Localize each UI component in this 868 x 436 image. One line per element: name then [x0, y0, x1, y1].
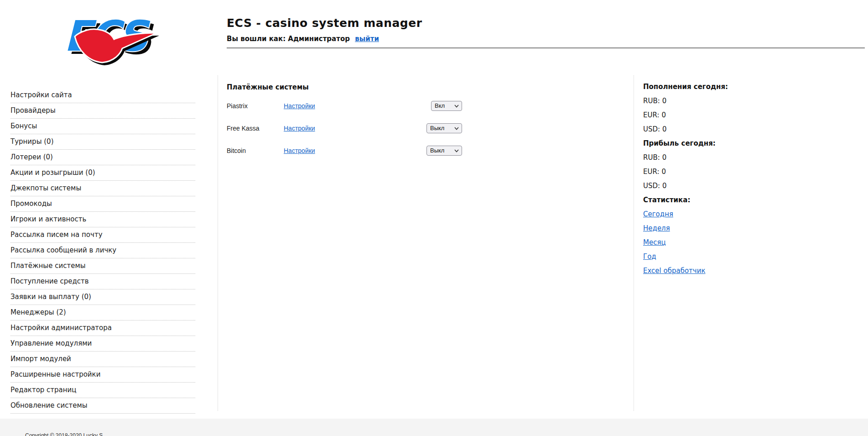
login-status-text: Вы вошли как: Администратор	[227, 35, 350, 43]
bitcoin-state-select[interactable]: Вкл Выкл	[426, 146, 462, 156]
profit-eur: EUR:0	[643, 168, 844, 176]
payment-name: Free Kassa	[227, 125, 284, 132]
sidebar-item-providers[interactable]: Провайдеры	[10, 103, 195, 119]
sidebar-item-site-settings[interactable]: Настройки сайта	[10, 88, 195, 103]
sidebar-item-incoming-funds[interactable]: Поступление средств	[10, 274, 195, 289]
ecs-logo[interactable]: ECS ECS	[63, 6, 160, 68]
sidebar-item-promocodes[interactable]: Промокоды	[10, 196, 195, 212]
sidebar-item-lotteries[interactable]: Лотереи (0)	[10, 150, 195, 165]
logout-link[interactable]: выйти	[355, 35, 379, 43]
deposits-today-title: Пополнения сегодня:	[643, 83, 844, 91]
profit-rub: RUB:0	[643, 154, 844, 162]
currency-value: 0	[662, 153, 667, 162]
deposit-rub: RUB:0	[643, 97, 844, 105]
payment-name: Bitcoin	[227, 147, 284, 154]
stats-link-year[interactable]: Год	[643, 252, 656, 261]
sidebar-item-payment-systems[interactable]: Платёжные системы	[10, 258, 195, 274]
sidebar-item-players-activity[interactable]: Игроки и активность	[10, 212, 195, 227]
sidebar-item-module-import[interactable]: Импорт модулей	[10, 352, 195, 367]
sidebar-item-system-update[interactable]: Обновление системы	[10, 398, 195, 414]
payment-name: Piastrix	[227, 102, 284, 110]
sidebar-item-promotions[interactable]: Акции и розыгрыши (0)	[10, 165, 195, 181]
sidebar-item-managers[interactable]: Менеджеры (2)	[10, 305, 195, 320]
payment-systems-list: Piastrix Настройки Вкл Выкл Free Kassa Н…	[227, 98, 462, 165]
sidebar-item-email-mailing[interactable]: Рассылка писем на почту	[10, 227, 195, 243]
profit-today-title: Прибыль сегодня:	[643, 140, 844, 147]
currency-value: 0	[661, 111, 666, 119]
currency-value: 0	[662, 97, 667, 105]
currency-label: RUB:	[643, 153, 660, 162]
stats-link-month[interactable]: Месяц	[643, 238, 666, 247]
payment-row-freekassa: Free Kassa Настройки Вкл Выкл	[227, 121, 462, 136]
login-status: Вы вошли как: Администратор выйти	[227, 35, 379, 43]
sidebar-item-advanced-settings[interactable]: Расширенные настройки	[10, 367, 195, 383]
stats-link-today[interactable]: Сегодня	[643, 210, 673, 218]
freekassa-settings-link[interactable]: Настройки	[284, 125, 315, 132]
stats-panel: Пополнения сегодня: RUB:0 EUR:0 USD:0 Пр…	[643, 83, 844, 281]
sidebar-item-admin-settings[interactable]: Настройки администратора	[10, 320, 195, 336]
payment-row-piastrix: Piastrix Настройки Вкл Выкл	[227, 98, 462, 113]
sidebar-item-payout-requests[interactable]: Заявки на выплату (0)	[10, 289, 195, 305]
sidebar-item-pm-mailing[interactable]: Рассылка сообщений в личку	[10, 243, 195, 258]
bitcoin-settings-link[interactable]: Настройки	[284, 147, 315, 154]
freekassa-state-select[interactable]: Вкл Выкл	[426, 123, 462, 133]
currency-value: 0	[662, 182, 667, 190]
statistics-title: Статистика:	[643, 196, 844, 204]
sidebar-item-tournaments[interactable]: Турниры (0)	[10, 134, 195, 150]
stats-link-week[interactable]: Неделя	[643, 224, 670, 232]
currency-value: 0	[662, 125, 667, 133]
profit-usd: USD:0	[643, 182, 844, 190]
stats-link-excel[interactable]: Excel обработчик	[643, 267, 705, 275]
divider-main-stats	[634, 75, 634, 411]
piastrix-state-select[interactable]: Вкл Выкл	[431, 101, 462, 111]
piastrix-settings-link[interactable]: Настройки	[284, 102, 315, 110]
payment-systems-title: Платёжные системы	[227, 83, 309, 91]
sidebar-item-module-management[interactable]: Управление модулями	[10, 336, 195, 352]
currency-label: USD:	[643, 125, 660, 133]
currency-label: USD:	[643, 182, 660, 190]
currency-label: EUR:	[643, 168, 659, 176]
header-divider	[227, 47, 865, 48]
divider-sidebar-main	[218, 75, 218, 411]
copyright-text: Copyright © 2018-2020 Lucky S	[25, 432, 103, 436]
sidebar-item-jackpots[interactable]: Джекпоты системы	[10, 181, 195, 196]
sidebar-item-page-editor[interactable]: Редактор страниц	[10, 383, 195, 398]
currency-label: RUB:	[643, 97, 660, 105]
footer: Copyright © 2018-2020 Lucky S	[0, 419, 868, 436]
currency-label: EUR:	[643, 111, 659, 119]
payment-row-bitcoin: Bitcoin Настройки Вкл Выкл	[227, 143, 462, 158]
sidebar-item-bonuses[interactable]: Бонусы	[10, 119, 195, 134]
currency-value: 0	[661, 168, 666, 176]
sidebar-menu: Настройки сайта Провайдеры Бонусы Турнир…	[10, 88, 195, 414]
deposit-usd: USD:0	[643, 126, 844, 133]
page-title: ECS - casino system manager	[227, 16, 422, 30]
deposit-eur: EUR:0	[643, 111, 844, 119]
